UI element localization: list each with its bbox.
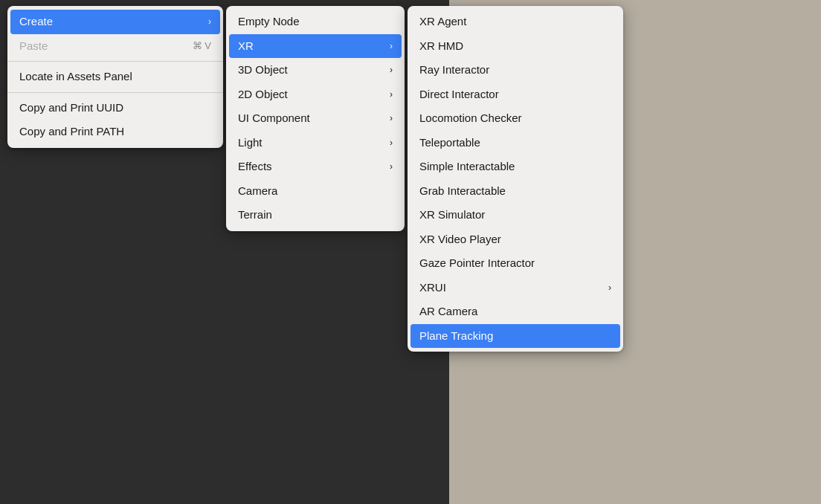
menu-item-locomotion-checker[interactable]: Locomotion Checker [408,106,623,131]
chevron-right-icon: › [208,15,211,28]
menu-item-locate[interactable]: Locate in Assets Panel [7,65,223,89]
menu-item-xr-hmd[interactable]: XR HMD [408,34,623,59]
separator-2 [7,92,223,93]
menu-item-light[interactable]: Light › [226,131,405,155]
paste-shortcut: ⌘ V [193,39,211,54]
menu-level2: Empty Node XR › 3D Object › 2D Object › … [226,6,405,231]
menu-item-xr-video-player[interactable]: XR Video Player [408,227,623,252]
menu-item-camera[interactable]: Camera [226,179,405,204]
menu-item-terrain[interactable]: Terrain [226,203,405,227]
chevron-right-icon-xr: › [390,39,393,53]
chevron-right-icon-effects: › [390,160,393,173]
menu-item-3d-object[interactable]: 3D Object › [226,58,405,83]
separator-1 [7,61,223,62]
menu-item-paste: Paste ⌘ V [7,34,223,59]
menu-item-grab-interactable[interactable]: Grab Interactable [408,179,623,204]
menu-item-xrui[interactable]: XRUI › [408,276,623,300]
menu-item-create[interactable]: Create › [10,10,220,34]
chevron-right-icon-3d: › [390,63,393,77]
context-menus: Create › Paste ⌘ V Locate in Assets Pane… [7,6,623,352]
menu-item-ray-interactor[interactable]: Ray Interactor [408,58,623,83]
menu-item-direct-interactor[interactable]: Direct Interactor [408,83,623,107]
menu-item-ui-component[interactable]: UI Component › [226,106,405,131]
menu-item-plane-tracking[interactable]: Plane Tracking [410,324,620,349]
menu-item-xr-agent[interactable]: XR Agent [408,10,623,34]
menu-item-effects[interactable]: Effects › [226,155,405,179]
menu-item-xr[interactable]: XR › [229,34,402,59]
menu-item-gaze-pointer-interactor[interactable]: Gaze Pointer Interactor [408,251,623,276]
menu-item-ar-camera[interactable]: AR Camera [408,300,623,324]
menu-level1: Create › Paste ⌘ V Locate in Assets Pane… [7,6,223,148]
menu-item-empty-node[interactable]: Empty Node [226,10,405,34]
menu-item-teleportable[interactable]: Teleportable [408,131,623,155]
menu-item-simple-interactable[interactable]: Simple Interactable [408,155,623,179]
menu-item-2d-object[interactable]: 2D Object › [226,83,405,107]
chevron-right-icon-xrui: › [608,281,611,294]
chevron-right-icon-ui: › [390,112,393,125]
menu-item-copy-path[interactable]: Copy and Print PATH [7,120,223,144]
menu-level3: XR Agent XR HMD Ray Interactor Direct In… [408,6,623,352]
chevron-right-icon-light: › [390,136,393,149]
menu-item-copy-uuid[interactable]: Copy and Print UUID [7,96,223,120]
chevron-right-icon-2d: › [390,88,393,101]
menu-item-xr-simulator[interactable]: XR Simulator [408,203,623,227]
